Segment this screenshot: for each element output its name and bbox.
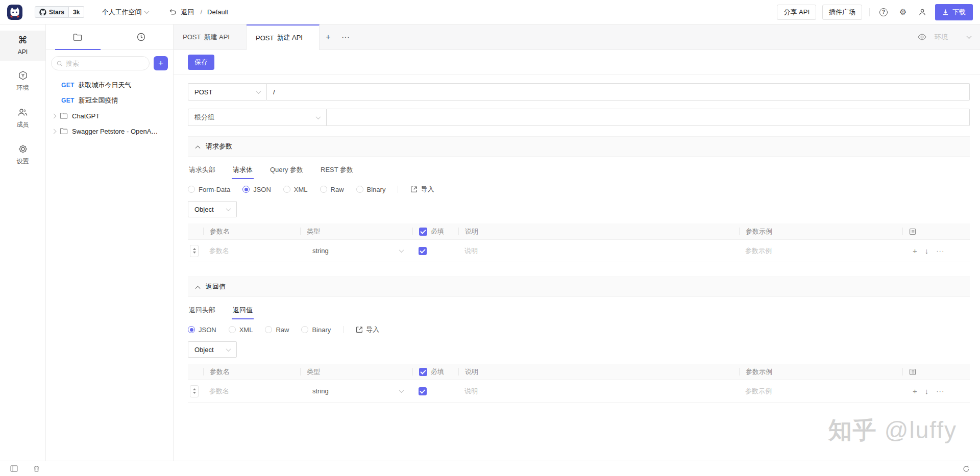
- settings-button[interactable]: [896, 6, 910, 19]
- add-api-button[interactable]: +: [154, 56, 168, 70]
- search-box[interactable]: [51, 56, 150, 70]
- col-name: 参数名: [203, 368, 300, 375]
- plugin-market-button[interactable]: 插件广场: [822, 5, 862, 20]
- api-name-input[interactable]: [327, 109, 970, 126]
- user-icon: [918, 8, 926, 16]
- param-description-input[interactable]: 说明: [458, 387, 739, 396]
- api-list-item[interactable]: GET 获取城市今日天气: [46, 78, 173, 93]
- drag-handle[interactable]: [190, 385, 199, 397]
- chevron-down-icon: [226, 346, 231, 352]
- radio-raw[interactable]: Raw: [265, 326, 289, 334]
- radio-xml[interactable]: XML: [283, 186, 308, 193]
- response-root-type-select[interactable]: Object: [188, 341, 237, 358]
- folder-item[interactable]: Swagger Petstore - OpenAPI ...: [46, 123, 173, 139]
- radio-binary[interactable]: Binary: [301, 326, 331, 334]
- param-name-input[interactable]: 参数名: [203, 387, 300, 396]
- row-more-button[interactable]: ···: [936, 247, 944, 255]
- rail-item-members[interactable]: 成员: [0, 103, 45, 134]
- folder-name: Swagger Petstore - OpenAPI ...: [72, 128, 159, 135]
- postcat-logo-icon: [7, 5, 22, 20]
- column-settings-icon[interactable]: [909, 368, 916, 375]
- radio-form-data[interactable]: Form-Data: [188, 186, 230, 193]
- drag-handle[interactable]: [190, 245, 199, 257]
- import-icon: [410, 186, 418, 193]
- share-api-button[interactable]: 分享 API: [777, 5, 816, 20]
- sidebar-tab-apis[interactable]: [46, 24, 110, 49]
- back-button[interactable]: 返回: [169, 8, 194, 17]
- workspace-switcher[interactable]: 个人工作空间: [102, 8, 149, 17]
- recycle-bin-button[interactable]: [30, 462, 43, 475]
- param-example-input[interactable]: 参数示例: [739, 387, 902, 396]
- new-tab-button[interactable]: +: [320, 24, 337, 49]
- sync-button[interactable]: [960, 462, 973, 475]
- back-label: 返回: [181, 8, 194, 17]
- radio-label: Raw: [331, 186, 344, 193]
- method-value: POST: [194, 88, 212, 96]
- hexagon-env-icon: [18, 70, 28, 81]
- toggle-sidebar-button[interactable]: [7, 462, 20, 475]
- rail-item-api[interactable]: API: [0, 31, 45, 61]
- group-select[interactable]: 根分组: [188, 109, 327, 126]
- import-button[interactable]: 导入: [410, 185, 434, 194]
- param-name-input[interactable]: 参数名: [203, 246, 300, 256]
- help-button[interactable]: ?: [877, 6, 890, 19]
- drag-cell: [188, 385, 203, 397]
- required-checkbox[interactable]: [419, 387, 427, 395]
- add-child-button[interactable]: ↓: [925, 246, 929, 255]
- tab-rest-params[interactable]: REST 参数: [320, 162, 354, 178]
- row-more-button[interactable]: ···: [936, 387, 944, 395]
- column-settings-icon[interactable]: [909, 228, 916, 235]
- sync-icon: [963, 465, 970, 472]
- radio-xml[interactable]: XML: [229, 326, 253, 334]
- app-logo[interactable]: [7, 5, 22, 20]
- add-row-button[interactable]: +: [913, 387, 917, 395]
- add-child-button[interactable]: ↓: [925, 387, 929, 395]
- search-input[interactable]: [66, 60, 144, 67]
- section-request-params[interactable]: 请求参数: [188, 136, 970, 157]
- param-description-input[interactable]: 说明: [458, 246, 739, 256]
- download-button[interactable]: 下载: [935, 4, 973, 20]
- radio-json[interactable]: JSON: [188, 326, 216, 334]
- url-input[interactable]: [267, 83, 970, 101]
- sidebar-tab-history[interactable]: [110, 24, 174, 49]
- param-type-select[interactable]: string: [300, 387, 412, 395]
- import-button[interactable]: 导入: [356, 325, 379, 334]
- env-select-label[interactable]: 环境: [935, 33, 948, 42]
- api-list-item[interactable]: GET 新冠全国疫情: [46, 93, 173, 108]
- tab-request-body[interactable]: 请求体: [232, 162, 254, 178]
- account-button[interactable]: [916, 6, 929, 19]
- tab-response-body[interactable]: 返回值: [232, 303, 254, 318]
- tab-response-headers[interactable]: 返回头部: [188, 303, 216, 318]
- tab-request-headers[interactable]: 请求头部: [188, 162, 216, 178]
- radio-raw[interactable]: Raw: [320, 186, 344, 193]
- rail-item-environment[interactable]: 环境: [0, 66, 45, 97]
- save-button[interactable]: 保存: [188, 55, 214, 70]
- env-preview-button[interactable]: [915, 31, 928, 44]
- select-all-checkbox[interactable]: [419, 228, 427, 236]
- search-icon: [57, 60, 63, 67]
- method-select[interactable]: POST: [188, 83, 267, 101]
- required-checkbox[interactable]: [419, 247, 427, 255]
- param-type-select[interactable]: string: [300, 247, 412, 255]
- param-required-cell: [412, 387, 458, 395]
- rail-item-settings[interactable]: 设置: [0, 139, 45, 171]
- response-params-table: 参数名 类型 必填 说明 参数示例 参数名 st: [188, 364, 970, 403]
- doc-tab-active[interactable]: POST 新建 API: [247, 24, 320, 50]
- add-row-button[interactable]: +: [913, 246, 917, 255]
- triangle-up-icon: [193, 248, 196, 250]
- radio-json[interactable]: JSON: [242, 186, 271, 193]
- doc-tab[interactable]: POST 新建 API: [174, 24, 247, 49]
- folder-item[interactable]: ChatGPT: [46, 108, 173, 123]
- breadcrumb-project[interactable]: Default: [207, 8, 228, 16]
- tab-query-params[interactable]: Query 参数: [269, 162, 304, 178]
- section-response[interactable]: 返回值: [188, 277, 970, 297]
- param-example-input[interactable]: 参数示例: [739, 246, 902, 256]
- select-all-checkbox[interactable]: [419, 368, 427, 376]
- github-stars-badge[interactable]: Stars 3k: [35, 6, 84, 18]
- radio-icon: [283, 186, 290, 193]
- tab-more-button[interactable]: ···: [337, 24, 354, 49]
- chevron-down-icon[interactable]: [967, 34, 972, 39]
- request-root-type-select[interactable]: Object: [188, 201, 237, 217]
- rail-item-label: 设置: [17, 157, 29, 166]
- radio-binary[interactable]: Binary: [356, 186, 386, 193]
